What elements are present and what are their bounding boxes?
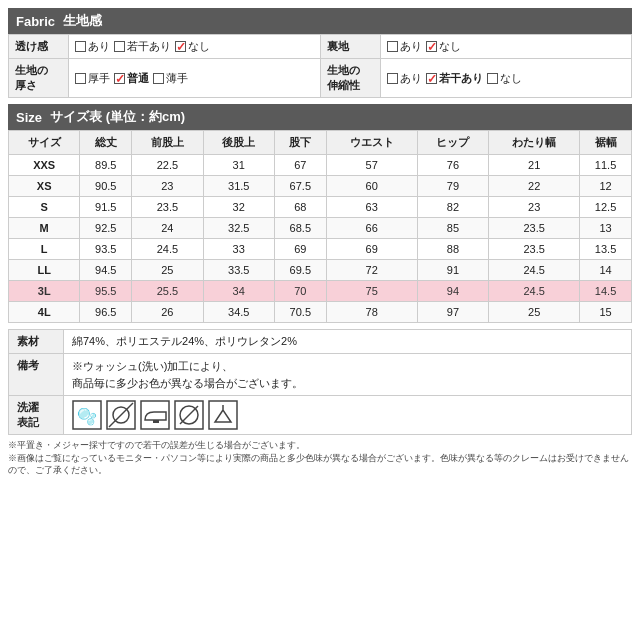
material-row: 素材 綿74%、ポリエステル24%、ポリウレタン2% [9,330,632,354]
size-cell-value: 79 [417,176,488,197]
checkbox-shinshuku-ari: あり [387,71,422,86]
size-cell-value: 69.5 [274,260,326,281]
fabric-options-1: あり 若干あり なし [69,35,321,59]
size-table-row: XS90.52331.567.560792212 [9,176,632,197]
fabric-label-1: 透け感 [9,35,69,59]
size-cell-value: 24 [132,218,203,239]
size-cell-value: 63 [326,197,417,218]
fabric-options-shinshuku: あり 若干あり なし [380,59,632,98]
checkbox-shinshuku-wakaari: 若干あり [426,71,483,86]
size-cell-value: 78 [326,302,417,323]
size-cell-value: 93.5 [80,239,132,260]
size-cell-label: LL [9,260,80,281]
size-cell-value: 67 [274,155,326,176]
size-col-watari: わたり幅 [489,131,580,155]
cb-atsude [75,73,86,84]
size-cell-value: 31.5 [203,176,274,197]
fabric-section-header: Fabric 生地感 [8,8,632,34]
size-table-row: 3L95.525.53470759424.514.5 [9,281,632,302]
size-cell-value: 24.5 [132,239,203,260]
material-label: 素材 [9,330,64,354]
size-cell-value: 32.5 [203,218,274,239]
size-cell-value: 22 [489,176,580,197]
size-cell-value: 25 [489,302,580,323]
size-cell-value: 13 [580,218,632,239]
fabric-row-2: 生地の厚さ 厚手 普通 薄手 生地の伸縮性 [9,59,632,98]
size-cell-value: 23.5 [489,218,580,239]
size-cell-label: L [9,239,80,260]
size-cell-value: 14 [580,260,632,281]
footer-note-2: ※画像はご覧になっているモニター・パソコン等により実際の商品と多少色味が異なる場… [8,452,632,477]
cb-uura-nashi [426,41,437,52]
footer-notes: ※平置き・メジャー採寸ですので若干の誤差が生じる場合がございます。 ※画像はご覧… [8,439,632,477]
size-cell-value: 91 [417,260,488,281]
remark-content: ※ウォッシュ(洗い)加工により、商品毎に多少お色が異なる場合がございます。 [64,354,632,396]
laundry-row: 洗濯表記 🫧 [9,396,632,435]
size-cell-value: 60 [326,176,417,197]
cb-usude [153,73,164,84]
size-cell-value: 72 [326,260,417,281]
material-content: 綿74%、ポリエステル24%、ポリウレタン2% [64,330,632,354]
checkbox-futsu: 普通 [114,71,149,86]
size-table-header-row: サイズ 総丈 前股上 後股上 股下 ウエスト ヒップ わたり幅 裾幅 [9,131,632,155]
size-cell-value: 95.5 [80,281,132,302]
size-cell-value: 24.5 [489,281,580,302]
size-cell-value: 33.5 [203,260,274,281]
size-cell-value: 67.5 [274,176,326,197]
size-cell-label: M [9,218,80,239]
cb-shinshuku-ari [387,73,398,84]
size-cell-value: 31 [203,155,274,176]
checkbox-shinshuku-nashi: なし [487,71,522,86]
size-cell-value: 13.5 [580,239,632,260]
size-cell-value: 12 [580,176,632,197]
size-cell-value: 14.5 [580,281,632,302]
size-cell-value: 68 [274,197,326,218]
cb-shinshuku-nashi [487,73,498,84]
remark-row: 備考 ※ウォッシュ(洗い)加工により、商品毎に多少お色が異なる場合がございます。 [9,354,632,396]
size-cell-value: 69 [274,239,326,260]
size-cell-value: 24.5 [489,260,580,281]
size-cell-value: 97 [417,302,488,323]
size-cell-value: 12.5 [580,197,632,218]
size-cell-value: 23.5 [132,197,203,218]
fabric-table: 透け感 あり 若干あり なし 裏地 [8,34,632,98]
svg-rect-5 [141,401,169,429]
size-cell-label: XS [9,176,80,197]
fabric-label-uura: 裏地 [320,35,380,59]
checkbox-nashi-1: なし [175,39,210,54]
laundry-icon-notumble [106,400,136,430]
laundry-icon-nodrycleann [174,400,204,430]
size-table-row: S91.523.5326863822312.5 [9,197,632,218]
fabric-row-1: 透け感 あり 若干あり なし 裏地 [9,35,632,59]
size-cell-value: 23 [489,197,580,218]
size-cell-value: 75 [326,281,417,302]
size-table-row: XXS89.522.5316757762111.5 [9,155,632,176]
fabric-title: Fabric [16,14,55,29]
size-cell-value: 89.5 [80,155,132,176]
size-cell-label: S [9,197,80,218]
fabric-label-2: 生地の厚さ [9,59,69,98]
laundry-icon-iron [140,400,170,430]
size-cell-value: 70.5 [274,302,326,323]
size-cell-value: 57 [326,155,417,176]
fabric-options-uura: あり なし [380,35,632,59]
size-subtitle: サイズ表 (単位：約cm) [50,108,185,126]
size-cell-value: 90.5 [80,176,132,197]
size-col-soudake: 総丈 [80,131,132,155]
footer-note-1: ※平置き・メジャー採寸ですので若干の誤差が生じる場合がございます。 [8,439,632,452]
cb-wakaari-1 [114,41,125,52]
svg-text:🫧: 🫧 [77,407,97,426]
size-cell-label: 4L [9,302,80,323]
laundry-icon-handwash: 🫧 [72,400,102,430]
size-col-suso: 裾幅 [580,131,632,155]
cb-futsu [114,73,125,84]
laundry-label: 洗濯表記 [9,396,64,435]
size-cell-value: 82 [417,197,488,218]
size-table-row: 4L96.52634.570.578972515 [9,302,632,323]
size-table-row: LL94.52533.569.5729124.514 [9,260,632,281]
size-cell-value: 94 [417,281,488,302]
size-cell-value: 23 [132,176,203,197]
size-cell-value: 68.5 [274,218,326,239]
size-cell-value: 25 [132,260,203,281]
size-title: Size [16,110,42,125]
